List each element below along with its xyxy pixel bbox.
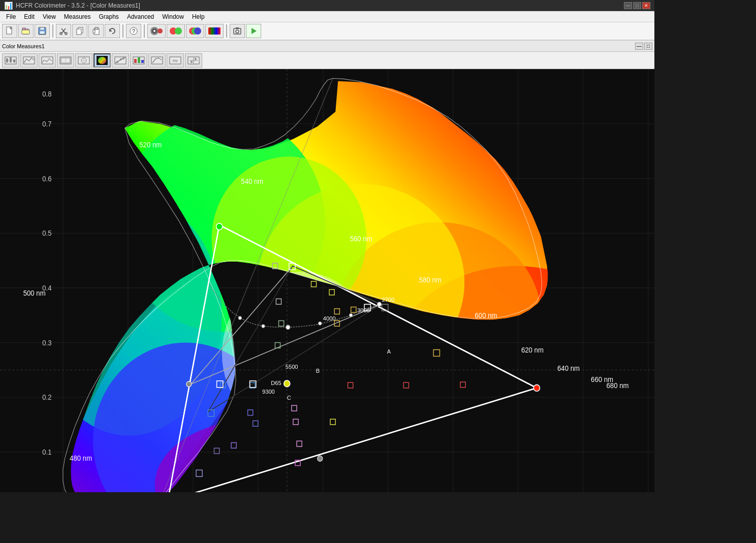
svg-rect-6 [40,31,45,34]
svg-rect-57 [151,57,163,64]
close-button[interactable]: ✕ [642,2,650,9]
menu-window[interactable]: Window [158,12,188,21]
separator-4 [226,24,227,38]
separator-1 [52,24,53,38]
copy-button[interactable] [72,24,87,38]
svg-point-51 [120,58,122,60]
svg-rect-15 [93,30,95,33]
svg-point-138 [238,316,241,320]
view-btn-10[interactable]: Hz [167,53,184,68]
svg-text:560 nm: 560 nm [350,235,372,243]
svg-rect-5 [40,27,44,30]
rainbow-button[interactable] [205,24,224,38]
svg-text:600 nm: 600 nm [475,312,497,320]
svg-point-50 [116,61,118,63]
app-window: 📊 HCFR Colorimeter - 3.5.2 - [Color Meas… [0,0,654,492]
svg-text:680 nm: 680 nm [607,381,629,389]
svg-rect-55 [138,57,140,63]
svg-point-20 [153,30,155,32]
svg-text:640 nm: 640 nm [557,365,580,372]
svg-point-63 [195,58,197,60]
menu-help[interactable]: Help [188,12,209,21]
separator-3 [144,24,145,38]
svg-point-48 [98,57,106,64]
maximize-button[interactable]: □ [633,2,641,9]
new-button[interactable] [2,24,17,38]
view-btn-4[interactable] [57,53,74,68]
menu-graphs[interactable]: Graphs [95,12,123,21]
menubar: File Edit View Measures Graphs Advanced … [0,11,654,22]
help-button[interactable]: ? [126,24,141,38]
svg-text:5500: 5500 [286,364,298,370]
view-btn-1[interactable] [2,53,19,68]
view-btn-9[interactable] [148,53,166,68]
menu-file[interactable]: File [2,12,20,21]
menu-edit[interactable]: Edit [20,12,39,21]
svg-point-52 [122,57,124,59]
view-btn-cie[interactable] [93,53,111,68]
view-btn-2[interactable] [20,53,38,68]
svg-point-133 [377,302,382,307]
svg-rect-35 [10,57,12,62]
svg-text:D65: D65 [271,380,281,386]
open-button[interactable] [18,24,34,38]
cut-button[interactable] [56,24,71,38]
view-btn-8[interactable] [130,53,147,68]
undo-button[interactable] [105,24,120,38]
view-btn-11[interactable] [185,53,202,68]
titlebar-controls: — □ ✕ [624,2,650,9]
svg-text:Hz: Hz [173,58,178,63]
svg-text:2700: 2700 [382,296,395,302]
svg-point-145 [284,380,290,387]
menu-advanced[interactable]: Advanced [123,12,158,21]
svg-point-137 [262,325,265,328]
svg-point-29 [236,30,239,33]
svg-point-172 [216,223,223,230]
play-button[interactable] [246,24,261,38]
svg-rect-34 [6,58,8,62]
svg-rect-12 [77,29,81,35]
main-toolbar: ? [0,22,654,41]
view-btn-3[interactable] [39,53,56,68]
paste-button[interactable] [88,24,104,38]
svg-rect-36 [13,59,15,62]
svg-text:0.7: 0.7 [42,120,51,128]
svg-point-26 [194,27,201,35]
svg-text:620 nm: 620 nm [521,346,544,354]
svg-text:0.5: 0.5 [42,230,51,237]
svg-rect-56 [141,60,144,63]
mdi-area: Color Measures1 — □ [0,41,654,492]
app-title: HCFR Colorimeter - 3.5.2 - [Color Measur… [16,2,140,9]
menu-measures[interactable]: Measures [60,12,95,21]
svg-text:0.2: 0.2 [42,394,51,401]
svg-text:C: C [287,395,291,401]
svg-text:0.3: 0.3 [42,339,51,346]
svg-text:0.8: 0.8 [42,90,51,98]
svg-text:9300: 9300 [262,388,275,394]
svg-rect-3 [22,30,29,34]
titlebar-left: 📊 HCFR Colorimeter - 3.5.2 - [Color Meas… [4,2,140,10]
save-button[interactable] [35,24,50,38]
minimize-button[interactable]: — [624,2,632,9]
view-btn-5[interactable] [75,53,92,68]
red-green-button[interactable] [167,24,185,38]
svg-rect-14 [95,27,98,29]
inner-minimize-button[interactable]: — [635,43,643,50]
inner-title: Color Measures1 [2,43,45,49]
svg-text:3000: 3000 [357,307,370,313]
svg-rect-54 [134,59,137,63]
separator-2 [122,24,123,38]
calibrate-button[interactable] [147,24,166,38]
svg-text:B: B [316,367,320,373]
view-btn-7[interactable] [112,53,129,68]
screenshot-button[interactable] [230,24,245,38]
svg-text:520 nm: 520 nm [139,141,162,149]
svg-text:A: A [387,348,391,355]
svg-rect-2 [22,28,25,29]
svg-point-64 [191,61,193,63]
multi-button[interactable] [186,24,204,38]
svg-point-183 [186,381,192,387]
inner-maximize-button[interactable]: □ [644,43,652,50]
menu-view[interactable]: View [39,12,60,21]
svg-point-10 [65,33,67,35]
